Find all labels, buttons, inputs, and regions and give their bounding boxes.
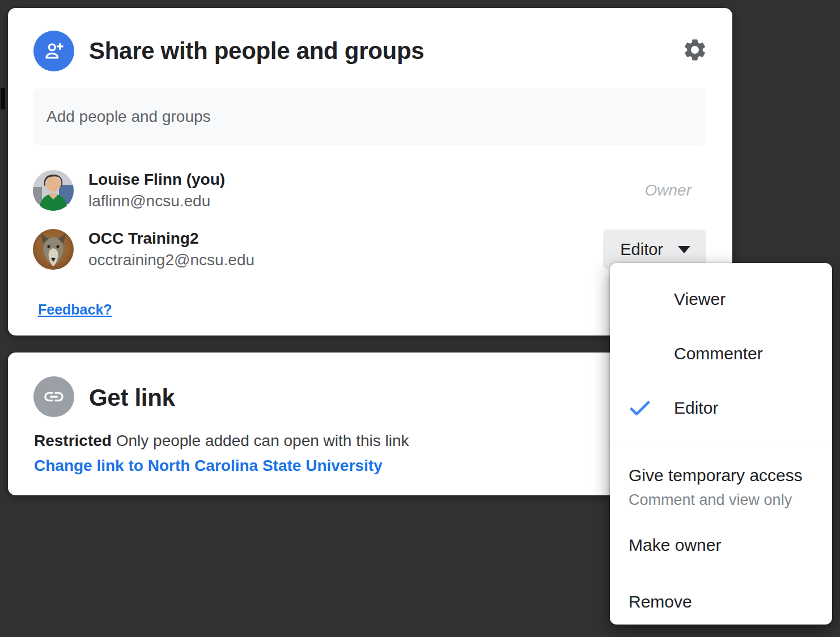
gear-icon [682, 37, 708, 63]
menu-action-label: Give temporary access [629, 464, 832, 487]
menu-option-label: Viewer [674, 290, 726, 309]
menu-action-give-temporary-access[interactable]: Give temporary access Comment and view o… [610, 453, 832, 517]
person-meta: OCC Training2 occtraining2@ncsu.edu [88, 230, 254, 269]
restricted-status-text: Restricted Only people added can open wi… [34, 430, 409, 452]
menu-action-label: Make owner [629, 534, 832, 557]
avatar-occ-training2 [33, 229, 74, 270]
person-add-icon [33, 31, 74, 71]
add-people-input[interactable] [33, 88, 706, 145]
share-overlay-scrim: Share with people and groups [0, 0, 840, 637]
menu-option-label: Commenter [674, 344, 763, 363]
triangle-down-icon [678, 246, 690, 253]
feedback-link[interactable]: Feedback? [38, 301, 112, 318]
restricted-label: Restricted [34, 432, 112, 449]
menu-option-viewer[interactable]: Viewer [610, 272, 832, 326]
menu-option-commenter[interactable]: Commenter [610, 326, 832, 381]
person-name: Louise Flinn (you) [88, 171, 225, 189]
person-email: occtraining2@ncsu.edu [88, 251, 254, 269]
person-row-editor: OCC Training2 occtraining2@ncsu.edu Edit… [33, 221, 706, 278]
background-artifact [1, 88, 5, 109]
menu-action-make-owner[interactable]: Make owner [610, 517, 832, 574]
role-dropdown-label: Editor [620, 240, 663, 259]
menu-action-sublabel: Comment and view only [629, 490, 832, 509]
role-menu: Viewer Commenter Editor Give temporary a… [610, 263, 832, 625]
menu-option-editor[interactable]: Editor [610, 381, 832, 435]
menu-option-label: Editor [674, 398, 718, 418]
menu-action-remove[interactable]: Remove [610, 574, 832, 630]
menu-action-label: Remove [629, 591, 832, 613]
change-link-action[interactable]: Change link to North Carolina State Univ… [34, 455, 383, 477]
get-link-title: Get link [89, 384, 175, 411]
check-icon [627, 395, 653, 421]
avatar-louise-flinn [33, 170, 74, 211]
owner-role-label: Owner [645, 181, 706, 199]
menu-divider [610, 444, 832, 444]
share-dialog-title: Share with people and groups [89, 37, 424, 65]
person-email: laflinn@ncsu.edu [88, 192, 225, 210]
person-name: OCC Training2 [88, 230, 254, 248]
person-row-owner: Louise Flinn (you) laflinn@ncsu.edu Owne… [33, 162, 706, 219]
link-icon [33, 376, 74, 417]
person-meta: Louise Flinn (you) laflinn@ncsu.edu [88, 171, 225, 210]
share-settings-button[interactable] [678, 33, 712, 67]
